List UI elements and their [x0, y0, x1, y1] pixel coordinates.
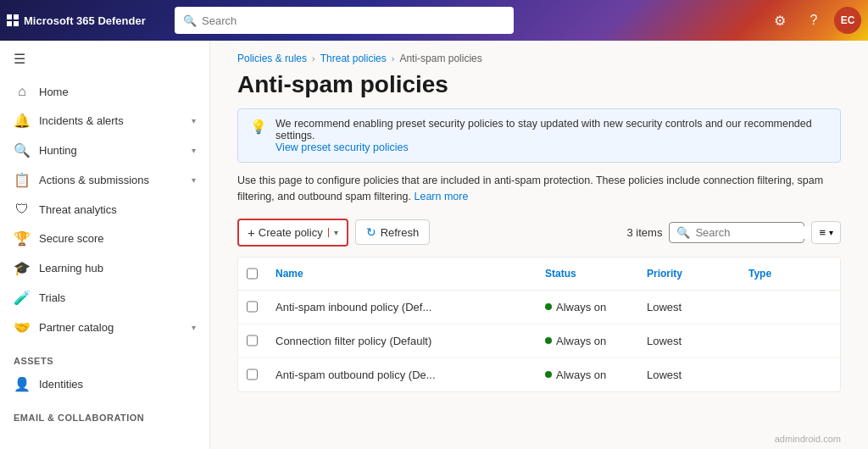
plus-icon: + [248, 225, 255, 240]
filter-icon: ≡ [819, 226, 826, 239]
sidebar-item-trials[interactable]: 🧪 Trials [0, 283, 209, 313]
topbar-right: ⚙ ? EC [766, 7, 861, 34]
breadcrumb-sep-2: › [392, 53, 395, 64]
sidebar-item-identities[interactable]: 👤 Identities [0, 369, 209, 399]
table-row[interactable]: Anti-spam outbound policy (De... Always … [238, 358, 840, 391]
row-1-name: Anti-spam inbound policy (Def... [265, 299, 535, 315]
global-search-box[interactable]: 🔍 [175, 7, 514, 34]
info-banner-text: We recommend enabling preset security po… [275, 118, 812, 141]
sidebar-item-incidents-alerts[interactable]: 🔔 Incidents & alerts ▾ [0, 106, 209, 136]
sidebar-item-label: Threat analytics [39, 203, 196, 216]
row-1-priority: Lowest [637, 299, 738, 315]
help-button[interactable]: ? [800, 7, 827, 34]
sidebar: ☰ ⌂ Home 🔔 Incidents & alerts ▾ 🔍 Huntin… [0, 41, 210, 449]
sidebar-item-label: Learning hub [39, 262, 196, 274]
row-checkbox-3[interactable] [238, 367, 265, 382]
table-search-icon: 🔍 [676, 226, 690, 239]
breadcrumb: Policies & rules › Threat policies › Ant… [210, 41, 868, 64]
toolbar: + Create policy ▾ ↻ Refresh 3 items 🔍 ≡ … [237, 219, 841, 247]
refresh-label: Refresh [381, 226, 420, 239]
settings-button[interactable]: ⚙ [766, 7, 793, 34]
table-search-box[interactable]: 🔍 [669, 222, 804, 243]
table-row[interactable]: Connection filter policy (Default) Alway… [238, 324, 840, 358]
row-checkbox-1[interactable] [238, 299, 265, 314]
breadcrumb-sep-1: › [312, 53, 315, 64]
sidebar-section-assets: Assets [0, 342, 209, 369]
learning-icon: 🎓 [14, 260, 31, 276]
row-3-priority: Lowest [637, 367, 738, 383]
filter-chevron-icon: ▾ [829, 228, 833, 237]
sidebar-item-actions-submissions[interactable]: 📋 Actions & submissions ▾ [0, 165, 209, 195]
row-2-status-text: Always on [556, 335, 606, 347]
header-check [238, 264, 265, 283]
sidebar-item-label: Identities [39, 378, 196, 391]
sidebar-item-learning-hub[interactable]: 🎓 Learning hub [0, 253, 209, 283]
learn-more-link[interactable]: Learn more [414, 191, 468, 202]
chevron-icon: ▾ [192, 175, 196, 185]
refresh-button[interactable]: ↻ Refresh [355, 219, 431, 245]
breadcrumb-threat-policies[interactable]: Threat policies [320, 53, 387, 64]
sidebar-item-home[interactable]: ⌂ Home [0, 77, 209, 106]
trials-icon: 🧪 [14, 290, 31, 306]
secure-score-icon: 🏆 [14, 230, 31, 247]
row-checkbox-2[interactable] [238, 333, 265, 348]
sidebar-section-email: Email & collaboration [0, 399, 209, 426]
app-logo: Microsoft 365 Defender [7, 14, 168, 27]
row-2-checkbox[interactable] [247, 335, 258, 346]
filter-button[interactable]: ≡ ▾ [811, 221, 841, 244]
row-3-status-text: Always on [556, 369, 606, 381]
sidebar-item-label: Trials [39, 291, 196, 304]
chevron-icon: ▾ [192, 116, 196, 125]
sidebar-item-label: Actions & submissions [39, 174, 183, 186]
table-header: Name Status Priority Type [238, 258, 840, 291]
table-row[interactable]: Anti-spam inbound policy (Def... Always … [238, 291, 840, 324]
description-text: Use this page to configure policies that… [237, 173, 841, 205]
create-policy-button[interactable]: + Create policy ▾ [237, 219, 348, 247]
logo-grid-icon [7, 14, 19, 26]
page-title: Anti-spam policies [210, 64, 868, 108]
threat-icon: 🛡 [14, 202, 31, 217]
row-3-checkbox[interactable] [247, 369, 258, 380]
topbar: Microsoft 365 Defender 🔍 ⚙ ? EC [0, 0, 868, 41]
home-icon: ⌂ [14, 84, 31, 99]
global-search-input[interactable] [202, 14, 505, 27]
sidebar-item-threat-analytics[interactable]: 🛡 Threat analytics [0, 195, 209, 224]
create-policy-label: Create policy [259, 226, 323, 239]
info-banner: 💡 We recommend enabling preset security … [237, 108, 841, 163]
breadcrumb-policies-rules[interactable]: Policies & rules [237, 53, 307, 64]
row-2-priority: Lowest [637, 333, 738, 349]
search-icon: 🔍 [183, 14, 197, 27]
row-1-checkbox[interactable] [247, 301, 258, 313]
main-content: Policies & rules › Threat policies › Ant… [210, 41, 868, 449]
avatar[interactable]: EC [834, 7, 861, 34]
sidebar-item-partner-catalog[interactable]: 🤝 Partner catalog ▾ [0, 313, 209, 342]
header-priority[interactable]: Priority [637, 264, 738, 283]
watermark: admindroid.com [210, 429, 868, 449]
chevron-icon: ▾ [192, 323, 196, 332]
row-1-status: Always on [535, 299, 637, 315]
info-icon: 💡 [250, 119, 267, 135]
header-name[interactable]: Name [265, 264, 535, 283]
layout: ☰ ⌂ Home 🔔 Incidents & alerts ▾ 🔍 Huntin… [0, 41, 868, 449]
sidebar-item-hunting[interactable]: 🔍 Hunting ▾ [0, 136, 209, 165]
actions-icon: 📋 [14, 172, 31, 188]
sidebar-item-label: Hunting [39, 144, 183, 157]
view-preset-link[interactable]: View preset security policies [275, 141, 409, 153]
partner-icon: 🤝 [14, 319, 31, 335]
row-3-status: Always on [535, 367, 637, 383]
row-3-name: Anti-spam outbound policy (De... [265, 367, 535, 383]
header-type: Type [738, 264, 840, 283]
sidebar-item-label: Partner catalog [39, 321, 183, 334]
sidebar-item-secure-score[interactable]: 🏆 Secure score [0, 224, 209, 253]
hamburger-button[interactable]: ☰ [0, 41, 209, 77]
sidebar-item-label: Home [39, 86, 196, 98]
hunting-icon: 🔍 [14, 142, 31, 158]
select-all-checkbox[interactable] [247, 268, 258, 280]
header-status[interactable]: Status [535, 264, 637, 283]
row-3-type [738, 373, 840, 376]
app-name: Microsoft 365 Defender [24, 14, 146, 27]
sidebar-item-label: Incidents & alerts [39, 114, 183, 127]
row-2-type [738, 339, 840, 342]
desc-content: Use this page to configure policies that… [237, 175, 823, 202]
identities-icon: 👤 [14, 376, 31, 392]
